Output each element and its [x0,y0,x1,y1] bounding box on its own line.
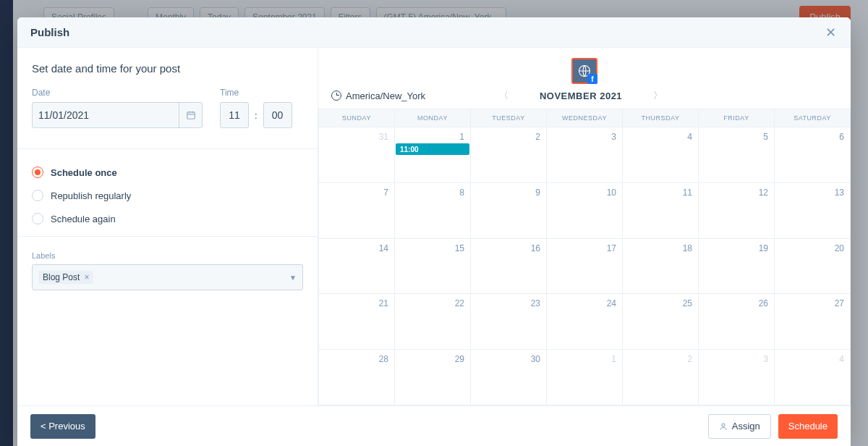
hour-input[interactable] [220,102,249,128]
calendar-cell[interactable]: 2 [471,127,547,183]
day-number: 22 [395,298,464,308]
day-number: 3 [699,354,768,364]
calendar-cell[interactable]: 15 [395,239,471,295]
calendar-cell[interactable]: 21 [319,294,395,350]
calendar-cell[interactable]: 2 [623,350,699,405]
dow-cell: WEDNESDAY [547,109,623,127]
day-number: 11 [623,188,692,198]
calendar-cell[interactable]: 31 [319,127,395,183]
calendar-cell[interactable]: 28 [319,350,395,405]
schedule-button[interactable]: Schedule [778,414,838,439]
radio-republish[interactable]: Republish regularly [32,184,303,207]
publish-modal: Publish ✕ Set date and time for your pos… [17,17,851,446]
minute-input[interactable] [263,102,292,128]
calendar-cell[interactable]: 16 [471,239,547,295]
labels-label: Labels [32,251,303,260]
calendar-cell[interactable]: 23 [471,294,547,350]
day-number: 12 [699,188,768,198]
tag-text: Blog Post [43,272,80,282]
calendar-cell[interactable]: 7 [319,183,395,239]
time-inputs: : [220,102,292,128]
calendar-cell[interactable]: 17 [547,239,623,295]
day-number: 20 [775,243,844,253]
day-number: 30 [471,354,540,364]
labels-input[interactable]: Blog Post × ▼ [32,264,303,290]
calendar-cell[interactable]: 20 [775,239,851,295]
calendar-cell[interactable]: 22 [395,294,471,350]
dow-cell: TUESDAY [471,109,547,127]
week-row: 31111:0023456 [319,127,851,183]
date-input[interactable] [33,103,179,127]
previous-button[interactable]: < Previous [30,414,95,439]
footer-actions: Assign Schedule [708,414,838,439]
time-label: Time [220,88,292,98]
calendar-cell[interactable]: 8 [395,183,471,239]
calendar-title: NOVEMBER 2021 [540,91,622,101]
svg-point-2 [722,424,725,426]
modal-header: Publish ✕ [17,17,851,48]
day-number: 23 [471,298,540,308]
date-input-wrap [32,102,203,128]
account-avatar[interactable]: f [571,58,597,84]
subhead: Set date and time for your post [32,62,303,75]
day-number: 28 [319,354,388,364]
calendar-cell[interactable]: 6 [775,127,851,183]
calendar-header: America/New_York 〈 NOVEMBER 2021 〉 [318,88,851,109]
assign-button[interactable]: Assign [708,414,771,439]
next-month-icon[interactable]: 〉 [651,89,664,102]
radio-icon [32,167,43,178]
calendar-cell[interactable]: 30 [471,350,547,405]
calendar-cell[interactable]: 4 [775,350,851,405]
calendar-cell[interactable]: 9 [471,183,547,239]
calendar-cell[interactable]: 29 [395,350,471,405]
close-icon[interactable]: ✕ [823,25,838,40]
radio-schedule-once[interactable]: Schedule once [32,161,303,184]
calendar-cell[interactable]: 10 [547,183,623,239]
calendar-cell[interactable]: 12 [699,183,775,239]
day-number: 27 [775,298,844,308]
calendar-icon[interactable] [179,103,202,127]
calendar-cell[interactable]: 27 [775,294,851,350]
calendar-cell[interactable]: 4 [623,127,699,183]
day-number: 18 [623,243,692,253]
facebook-badge-icon: f [587,74,597,84]
tag-remove-icon[interactable]: × [84,272,89,282]
calendar-cell[interactable]: 1 [547,350,623,405]
calendar-cell[interactable]: 11 [623,183,699,239]
weeks: 31111:0023456789101112131415161718192021… [319,127,851,405]
divider [17,148,318,149]
day-number: 15 [395,243,464,253]
calendar-cell[interactable]: 13 [775,183,851,239]
calendar: SUNDAYMONDAYTUESDAYWEDNESDAYTHURSDAYFRID… [318,109,851,405]
week-row: 21222324252627 [319,294,851,350]
calendar-cell[interactable]: 3 [699,350,775,405]
date-label: Date [32,88,203,98]
prev-month-icon[interactable]: 〈 [498,89,511,102]
calendar-panel: f America/New_York 〈 NOVEMBER 2021 〉 SUN… [318,48,851,405]
calendar-cell[interactable]: 18 [623,239,699,295]
calendar-cell[interactable]: 24 [547,294,623,350]
divider [17,236,318,237]
day-number: 4 [623,132,692,142]
calendar-cell[interactable]: 5 [699,127,775,183]
day-number: 3 [547,132,616,142]
svg-rect-0 [187,112,195,119]
day-number: 1 [395,132,464,142]
calendar-cell[interactable]: 25 [623,294,699,350]
label-tag: Blog Post × [38,271,93,284]
radio-label: Schedule once [51,167,117,178]
calendar-cell[interactable]: 111:00 [395,127,471,183]
day-number: 17 [547,243,616,253]
datetime-row: Date Time : [32,88,303,128]
calendar-cell[interactable]: 19 [699,239,775,295]
chevron-down-icon[interactable]: ▼ [289,274,297,282]
day-number: 24 [547,298,616,308]
day-number: 1 [547,354,616,364]
radio-schedule-again[interactable]: Schedule again [32,207,303,230]
radio-label: Schedule again [51,214,116,224]
calendar-cell[interactable]: 3 [547,127,623,183]
calendar-cell[interactable]: 14 [319,239,395,295]
day-number: 29 [395,354,464,364]
scheduled-event[interactable]: 11:00 [396,143,469,155]
calendar-cell[interactable]: 26 [699,294,775,350]
